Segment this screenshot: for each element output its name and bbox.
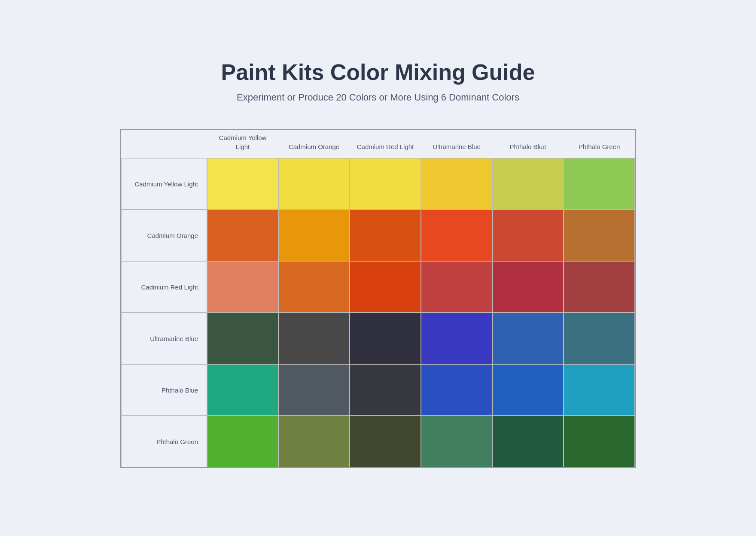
row-header-1: Cadmium Orange [121, 210, 207, 261]
col-header-1: Cadmium Orange [278, 130, 350, 158]
color-cell-4-1 [278, 364, 350, 416]
color-cell-2-5 [564, 261, 635, 313]
color-cell-3-1 [278, 313, 350, 364]
color-cell-0-1 [278, 158, 350, 210]
color-cell-1-2 [350, 210, 421, 261]
color-cell-1-5 [564, 210, 635, 261]
row-header-2: Cadmium Red Light [121, 261, 207, 313]
color-cell-5-5 [564, 416, 635, 467]
corner-cell [121, 130, 207, 158]
color-cell-5-3 [421, 416, 492, 467]
color-cell-1-4 [492, 210, 564, 261]
color-cell-5-2 [350, 416, 421, 467]
page-subtitle: Experiment or Produce 20 Colors or More … [120, 92, 636, 103]
color-cell-3-5 [564, 313, 635, 364]
col-header-3: Ultramarine Blue [421, 130, 492, 158]
page-title: Paint Kits Color Mixing Guide [120, 59, 636, 85]
row-header-4: Phthalo Blue [121, 364, 207, 416]
col-header-2: Cadmium Red Light [350, 130, 421, 158]
color-cell-3-0 [207, 313, 278, 364]
color-cell-2-0 [207, 261, 278, 313]
color-cell-3-3 [421, 313, 492, 364]
color-cell-2-1 [278, 261, 350, 313]
color-cell-0-2 [350, 158, 421, 210]
row-header-3: Ultramarine Blue [121, 313, 207, 364]
color-cell-4-0 [207, 364, 278, 416]
row-header-0: Cadmium Yellow Light [121, 158, 207, 210]
color-cell-5-4 [492, 416, 564, 467]
color-cell-1-1 [278, 210, 350, 261]
color-cell-3-2 [350, 313, 421, 364]
col-header-0: Cadmium Yellow Light [207, 130, 278, 158]
color-cell-2-4 [492, 261, 564, 313]
color-cell-4-5 [564, 364, 635, 416]
color-cell-5-0 [207, 416, 278, 467]
color-cell-1-3 [421, 210, 492, 261]
color-cell-0-3 [421, 158, 492, 210]
col-header-5: Phthalo Green [564, 130, 635, 158]
color-cell-4-3 [421, 364, 492, 416]
row-header-5: Phthalo Green [121, 416, 207, 467]
color-cell-5-1 [278, 416, 350, 467]
col-header-4: Phthalo Blue [492, 130, 564, 158]
color-cell-2-3 [421, 261, 492, 313]
color-cell-0-5 [564, 158, 635, 210]
color-cell-0-4 [492, 158, 564, 210]
color-cell-0-0 [207, 158, 278, 210]
color-cell-3-4 [492, 313, 564, 364]
color-cell-4-4 [492, 364, 564, 416]
color-cell-1-0 [207, 210, 278, 261]
main-container: Paint Kits Color Mixing Guide Experiment… [94, 34, 662, 502]
color-cell-2-2 [350, 261, 421, 313]
color-cell-4-2 [350, 364, 421, 416]
color-grid: Cadmium Yellow LightCadmium OrangeCadmiu… [120, 129, 636, 468]
